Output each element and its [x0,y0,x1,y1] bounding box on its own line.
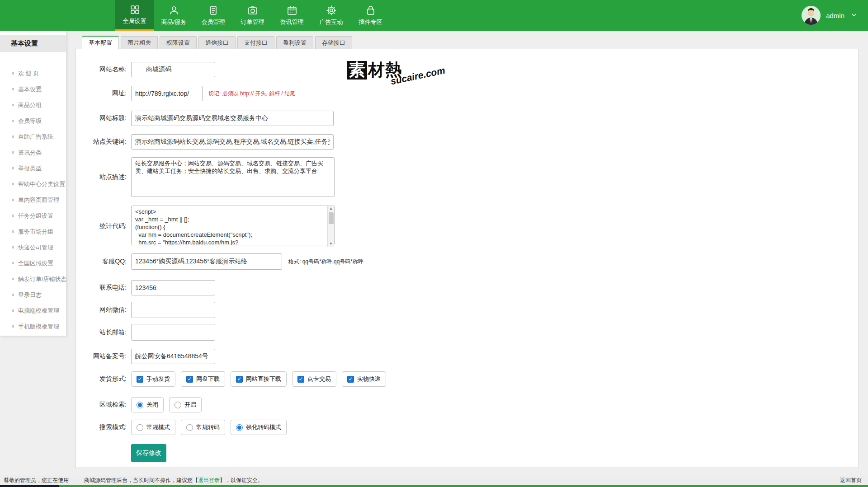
sidebar-item-mobile-templates[interactable]: 手机版模板管理 [0,318,66,334]
sidebar-item-regions[interactable]: 全国区域设置 [0,255,66,271]
form-row-site-url: 网址: 切记: 必须以 http:// 开头, 斜杆 / 结尾 [59,86,295,101]
tab-storage[interactable]: 存储接口 [315,36,352,49]
delivery-option-card[interactable]: 点卡交易 [292,371,336,387]
sidebar-item-self-ads[interactable]: 自助广告系统 [0,129,66,145]
nav-item-products[interactable]: 商品/服务 [154,0,193,31]
checkbox-icon[interactable] [137,376,143,383]
field-label: 站点关键词: [59,138,127,146]
form-row-delivery: 发货形式: 手动发货 网盘下载 网站直接下载 点卡交易 实物快递 [59,371,392,387]
sidebar-item-single-pages[interactable]: 单内容页面管理 [0,192,66,208]
bullet-icon [12,199,14,201]
region-option-on[interactable]: 开启 [169,397,202,412]
checkbox-icon[interactable] [347,376,354,383]
user-menu[interactable]: admin [802,0,858,31]
radio-icon[interactable] [137,402,143,408]
search-mode-enhanced[interactable]: 强化转码模式 [231,420,287,435]
username: admin [826,12,844,19]
bullet-icon [12,246,14,248]
radio-icon[interactable] [186,424,193,431]
sidebar-item-service-market[interactable]: 服务市场分组 [0,224,66,239]
form-row-site-title: 网站标题: [59,111,334,126]
sidebar-item-pc-templates[interactable]: 电脑端模板管理 [0,303,66,318]
search-mode-normal[interactable]: 常规模式 [131,420,175,435]
bullet-icon [12,136,14,138]
nav-item-label: 商品/服务 [161,18,187,26]
save-button[interactable]: 保存修改 [131,444,166,462]
nav-item-members[interactable]: 会员管理 [193,0,233,31]
tab-basic-config[interactable]: 基本配置 [82,36,119,50]
nav-item-ads[interactable]: 广告互动 [311,0,351,31]
wechat-input[interactable] [131,302,215,318]
delivery-option-manual[interactable]: 手动发货 [131,371,175,387]
bullet-icon [12,309,14,312]
camera-icon [247,5,258,16]
sidebar-item-task-groups[interactable]: 任务分组设置 [0,208,66,224]
textarea-scrollbar[interactable]: ▲ ▼ [327,206,334,247]
logout-link[interactable]: 退出登录 [198,477,220,483]
form-row-icp: 网站备案号: [59,349,215,364]
footer-bar: 尊敬的管理员，您正在使用商城源码管理后台，当长时间不操作，建议您【退出登录】，以… [0,476,868,485]
site-keywords-input[interactable] [131,134,334,150]
icp-input[interactable] [131,349,215,364]
email-input[interactable] [131,324,215,341]
calendar-icon [287,5,297,16]
sidebar-item-news-category[interactable]: 资讯分类 [0,145,66,160]
form-row-site-keywords: 站点关键词: [59,134,334,150]
tab-payment[interactable]: 支付接口 [237,36,274,49]
sidebar-item-report-types[interactable]: 举报类型 [0,160,66,176]
sidebar-item-express-companies[interactable]: 快递公司管理 [0,239,66,255]
sidebar-item-help-center[interactable]: 帮助中心分类设置 [0,176,66,192]
region-option-off[interactable]: 关闭 [131,397,164,412]
settings-tabs: 基本配置 图片相关 权限设置 通信接口 支付接口 盈利设置 存储接口 [82,36,352,49]
form-row-stats-code: 统计代码: <script> var _hmt = _hmt || []; (f… [59,206,335,247]
document-icon [208,5,219,16]
checkbox-icon[interactable] [186,376,193,383]
checkbox-icon[interactable] [297,376,304,383]
bullet-icon [12,88,14,90]
avatar [802,6,821,25]
site-url-input[interactable] [131,86,203,101]
watermark: 素材熱 sucaire.com [347,59,402,81]
site-title-input[interactable] [131,111,334,126]
field-label: 站长邮箱: [59,328,127,337]
form-row-phone: 联系电话: [59,280,215,295]
scroll-up-icon[interactable]: ▲ [329,206,333,211]
nav-item-plugins[interactable]: 插件专区 [351,0,390,31]
tab-communication[interactable]: 通信接口 [198,36,236,49]
site-desc-textarea[interactable]: 站长交易服务中心；网站交易、源码交易、域名交易、链接交易、广告买卖、建站美工任务… [131,157,335,197]
sidebar-item-basic-settings[interactable]: 基本设置 [0,81,66,97]
delivery-option-netdisk[interactable]: 网盘下载 [181,371,225,387]
sidebar-item-product-groups[interactable]: 商品分组 [0,97,66,113]
form-row-service-qq: 客服QQ: 格式: qq号码*称呼,qq号码*称呼 [59,253,363,270]
form-row-site-desc: 站点描述: 站长交易服务中心；网站交易、源码交易、域名交易、链接交易、广告买卖、… [59,157,335,197]
sidebar-item-welcome[interactable]: 欢 迎 页 [0,66,66,81]
scroll-down-icon[interactable]: ▼ [329,242,333,246]
nav-item-global-settings[interactable]: 全局设置 [115,0,154,31]
field-label: 发货形式: [59,375,127,383]
back-home-link[interactable]: 返回首页 [840,477,862,484]
checkbox-icon[interactable] [236,376,243,383]
stats-code-textarea[interactable]: <script> var _hmt = _hmt || []; (functio… [131,206,335,245]
tab-permissions[interactable]: 权限设置 [160,36,197,49]
delivery-option-physical[interactable]: 实物快递 [342,371,386,387]
site-name-input[interactable] [131,62,215,77]
phone-input[interactable] [131,280,215,295]
tab-images[interactable]: 图片相关 [121,36,158,49]
field-label: 网站名称: [59,66,127,74]
service-qq-input[interactable] [131,253,282,270]
radio-icon[interactable] [236,424,243,431]
sidebar-item-login-log[interactable]: 登录日志 [0,287,66,303]
delivery-option-direct-download[interactable]: 网站直接下载 [231,371,287,387]
scroll-thumb[interactable] [329,212,334,224]
bullet-icon [12,72,14,75]
bottom-accent-bar [0,485,868,487]
tab-profit[interactable]: 盈利设置 [276,36,313,49]
sidebar-item-trigger-order[interactable]: 触发订单/店铺状态 [0,271,66,287]
user-icon [169,5,179,16]
nav-item-orders[interactable]: 订单管理 [233,0,272,31]
radio-icon[interactable] [137,424,143,431]
sidebar-item-member-levels[interactable]: 会员等级 [0,113,66,129]
radio-icon[interactable] [175,402,181,408]
search-mode-transcode[interactable]: 常规转码 [181,420,225,435]
nav-item-news[interactable]: 资讯管理 [272,0,311,31]
